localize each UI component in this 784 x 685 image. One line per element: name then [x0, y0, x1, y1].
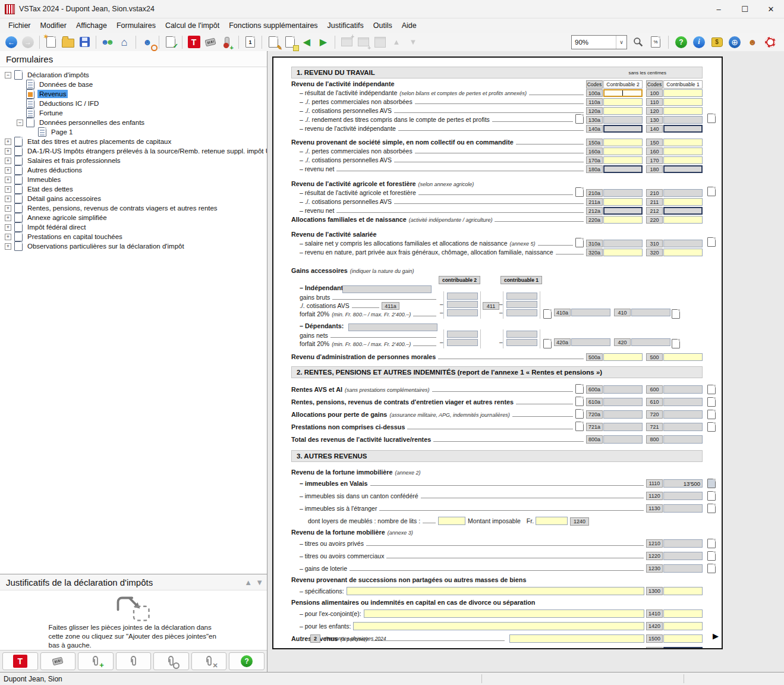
menu-outils[interactable]: Outils [369, 20, 397, 32]
document-edit-icon[interactable]: ✎ [266, 34, 281, 50]
justificatif-doc-icon[interactable] [707, 564, 716, 573]
input-nature-gain-independants[interactable] [342, 285, 432, 293]
field-110[interactable] [663, 98, 703, 106]
sidebar-item-observations-particulieres-sur-la-declar[interactable]: +Observations particulières sur la décla… [0, 241, 267, 251]
field-100a[interactable] [603, 89, 643, 97]
new-document-icon[interactable]: ✶ [43, 34, 59, 50]
justificatif-doc-icon[interactable] [575, 187, 584, 197]
field-500[interactable] [663, 353, 703, 361]
magnifier-icon[interactable] [630, 34, 646, 50]
scanner-button[interactable] [40, 652, 76, 670]
field-211a[interactable] [603, 198, 643, 206]
expander-plus-icon[interactable]: + [5, 205, 11, 212]
save-icon[interactable] [77, 34, 92, 50]
justificatif-doc-icon[interactable] [575, 422, 584, 431]
sidebar-item-detail-gains-accessoires[interactable]: +Détail gains accessoires [0, 194, 267, 203]
gains-cell[interactable] [506, 309, 537, 316]
sidebar-item-revenus[interactable]: Revenus [0, 89, 267, 99]
expander-plus-icon[interactable]: + [5, 177, 11, 183]
menu-fichier[interactable]: Fichier [4, 20, 36, 32]
support-contact-icon[interactable]: ☻ [745, 34, 760, 50]
field-1410[interactable] [663, 609, 703, 618]
justificatif-doc-icon[interactable] [707, 114, 716, 123]
sidebar-item-deductions-ic-ifd[interactable]: Déductions IC / IFD [0, 99, 267, 108]
gains-cell[interactable] [447, 301, 478, 308]
field-220a[interactable] [603, 216, 643, 224]
gains-cell[interactable] [506, 331, 537, 338]
field-150[interactable] [663, 139, 703, 146]
vstax-declaration-icon[interactable]: T [186, 34, 201, 50]
back-icon[interactable]: ← [4, 34, 19, 50]
sidebar-item-etat-des-dettes[interactable]: +Etat des dettes [0, 184, 267, 194]
field-320a[interactable] [603, 249, 643, 256]
sidebar-item-impot-federal-direct[interactable]: +Impôt fédéral direct [0, 222, 267, 232]
expander-plus-icon[interactable]: + [5, 215, 11, 221]
justificatif-doc-icon[interactable] [575, 397, 584, 406]
justificatif-doc-icon[interactable] [707, 237, 716, 247]
minimize-button[interactable]: – [706, 0, 732, 18]
gains-cell[interactable] [447, 293, 478, 300]
home-icon[interactable]: ⌂ [117, 34, 132, 50]
field-320[interactable] [663, 249, 703, 256]
gains-cell[interactable] [506, 301, 537, 308]
menu-affichage[interactable]: Affichage [71, 20, 112, 32]
justificatif-doc-icon[interactable] [672, 339, 680, 348]
document-note-icon[interactable] [282, 34, 298, 50]
menu-modifier[interactable]: Modifier [36, 20, 71, 32]
justificatif-doc-icon[interactable] [543, 309, 552, 319]
field-1500[interactable] [663, 634, 703, 643]
attach-add-button[interactable]: + [78, 652, 114, 670]
menu-formulaires[interactable]: Formulaires [112, 20, 160, 32]
expander-minus-icon[interactable]: − [17, 120, 23, 126]
sidebar-item-immeubles[interactable]: +Immeubles [0, 175, 267, 184]
help-icon[interactable]: ? [673, 34, 689, 50]
input-1410[interactable] [364, 609, 644, 618]
justificatif-doc-icon[interactable] [707, 410, 716, 419]
document-one-icon[interactable]: 1 [243, 34, 258, 50]
field-170a[interactable] [603, 156, 643, 164]
field-211[interactable] [663, 198, 703, 206]
field-500a[interactable] [603, 353, 643, 361]
input-montant-imposable[interactable] [536, 517, 568, 525]
justificatif-doc-icon[interactable] [575, 409, 584, 419]
info-icon[interactable]: i [691, 34, 707, 50]
chevron-up-icon[interactable]: ▲ [244, 578, 252, 587]
field-1300[interactable] [663, 587, 703, 595]
justificatif-doc-icon[interactable] [707, 551, 716, 561]
field-120[interactable] [663, 107, 703, 115]
attach-remove-button[interactable]: ✕ [191, 652, 227, 670]
menu-aide[interactable]: Aide [397, 20, 421, 32]
sidebar-item-page-1[interactable]: Page 1 [0, 127, 267, 137]
maximize-button[interactable]: ☐ [732, 0, 758, 18]
support-hotline-icon[interactable] [763, 34, 778, 50]
expander-plus-icon[interactable]: + [5, 243, 11, 250]
menu-justificatifs[interactable]: Justificatifs [323, 20, 369, 32]
sidebar-item-annexe-agricole-simplifiee[interactable]: +Annexe agricole simplifiée [0, 213, 267, 222]
justificatif-doc-icon[interactable] [707, 422, 716, 432]
field-160[interactable] [663, 147, 703, 155]
expander-plus-icon[interactable]: + [5, 148, 11, 155]
field-220[interactable] [663, 216, 703, 224]
expander-plus-icon[interactable]: + [5, 196, 11, 202]
close-button[interactable]: ✕ [758, 0, 784, 18]
sidebar-item-prestations-en-capital-touchees[interactable]: +Prestations en capital touchées [0, 232, 267, 241]
handbook-icon[interactable]: $ [709, 34, 725, 50]
input-1500[interactable] [509, 634, 644, 643]
input-nombre-de-lits[interactable] [438, 517, 465, 525]
expander-minus-icon[interactable]: − [5, 72, 11, 78]
attach-search-button[interactable] [153, 652, 189, 670]
input-1300[interactable] [347, 587, 644, 595]
field-120a[interactable] [603, 107, 643, 115]
next-page-button[interactable]: ▶ [713, 632, 719, 640]
field-1420[interactable] [663, 622, 703, 630]
vstax-logo-button[interactable]: T [2, 652, 38, 670]
expander-plus-icon[interactable]: + [5, 167, 11, 174]
chevron-down-icon[interactable]: ▼ [256, 578, 263, 587]
field-150a[interactable] [603, 139, 643, 146]
field-160a[interactable] [603, 147, 643, 155]
menu-fonctions-supplementaires[interactable]: Fonctions supplémentaires [224, 20, 322, 32]
field-100[interactable] [663, 89, 703, 97]
justificatif-doc-icon[interactable] [707, 539, 716, 548]
contacts-icon[interactable]: ☻☻ [100, 34, 115, 50]
sidebar-item-donnees-de-base[interactable]: Données de base [0, 80, 267, 89]
